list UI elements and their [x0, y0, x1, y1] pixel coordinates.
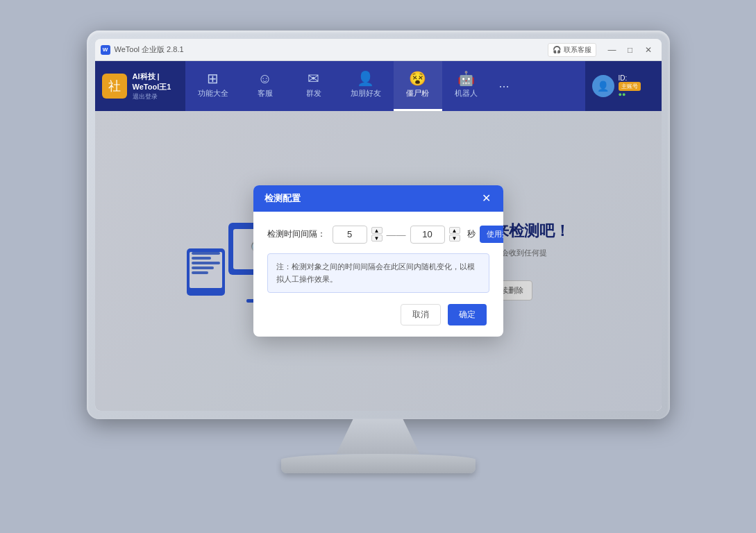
account-avatar: 👤 — [592, 75, 614, 97]
interval-unit: 秒 — [467, 228, 476, 240]
tab-zombie-fans[interactable]: 😵 僵尸粉 — [394, 61, 442, 111]
app-window: W WeTool 企业版 2.8.1 🎧 联系客服 — □ ✕ — [95, 39, 662, 411]
nav-user-info: AI科技 | WeTool王1 退出登录 — [133, 71, 178, 101]
add-friends-icon: 👤 — [357, 71, 374, 85]
nav-bar: 社 AI科技 | WeTool王1 退出登录 ⊞ 功能大全 ☺ — [95, 61, 662, 111]
modal-interval-row: 检测时间间隔： ▲ ▼ —— — [267, 226, 489, 244]
broadcast-icon: ✉ — [308, 71, 319, 85]
modal-overlay: 检测配置 ✕ 检测时间间隔： ▲ — [95, 111, 662, 411]
interval-input-group: ▲ ▼ —— ▲ ▼ — [333, 226, 503, 244]
modal-body: 检测时间间隔： ▲ ▼ —— — [253, 212, 503, 337]
nav-user-action[interactable]: 退出登录 — [133, 92, 178, 101]
main-content: 🔍 僵尸粉太多？微信太卡？来检测吧！ 每检测一个粉丝将给自己发送一条系统消息，对… — [95, 111, 662, 411]
tab-more[interactable]: ··· — [491, 61, 518, 111]
interval-min-input[interactable] — [333, 226, 367, 244]
modal-note: 注：检测对象之间的时间间隔会在此区间内随机变化，以模拟人工操作效果。 — [267, 253, 489, 293]
modal-close-button[interactable]: ✕ — [480, 193, 492, 204]
confirm-button[interactable]: 确定 — [448, 304, 487, 325]
account-info: ID: 主账号 ●● — [619, 74, 641, 98]
customer-service-label: 联系客服 — [564, 45, 591, 55]
title-bar-left: W WeTool 企业版 2.8.1 — [101, 44, 184, 55]
tab-features-label: 功能大全 — [198, 88, 228, 99]
tab-zombie-fans-label: 僵尸粉 — [406, 88, 429, 99]
tab-add-friends[interactable]: 👤 加朋好友 — [338, 61, 394, 111]
nav-account-section: 👤 ID: 主账号 ●● — [585, 61, 662, 111]
customer-service-button[interactable]: 🎧 联系客服 — [548, 43, 596, 57]
interval-max-input[interactable] — [410, 226, 445, 244]
app-title: WeTool 企业版 2.8.1 — [115, 44, 184, 55]
max-spinner: ▲ ▼ — [449, 227, 460, 242]
minimize-button[interactable]: — — [605, 44, 620, 56]
min-down-btn[interactable]: ▼ — [371, 235, 383, 242]
max-up-btn[interactable]: ▲ — [449, 227, 460, 234]
tab-add-friends-label: 加朋好友 — [351, 88, 381, 99]
tab-broadcast-label: 群发 — [306, 88, 321, 99]
tab-service[interactable]: ☺ 客服 — [241, 61, 289, 111]
tab-broadcast[interactable]: ✉ 群发 — [289, 61, 338, 111]
modal-header: 检测配置 ✕ — [253, 185, 503, 212]
use-recommend-button[interactable]: 使用推荐值 — [480, 226, 503, 243]
close-button[interactable]: ✕ — [641, 44, 656, 56]
modal-title: 检测配置 — [264, 192, 301, 205]
maximize-button[interactable]: □ — [623, 44, 638, 56]
nav-tabs: ⊞ 功能大全 ☺ 客服 ✉ 群发 👤 加朋好友 — [185, 61, 585, 111]
tab-robot-label: 机器人 — [455, 88, 478, 99]
detect-config-modal: 检测配置 ✕ 检测时间间隔： ▲ — [253, 185, 503, 337]
features-icon: ⊞ — [207, 71, 219, 85]
cancel-button[interactable]: 取消 — [401, 304, 441, 325]
app-logo: W — [101, 45, 110, 55]
nav-user-avatar: 社 — [102, 74, 127, 99]
account-id-label: ID: — [619, 74, 641, 82]
robot-icon: 🤖 — [457, 71, 475, 85]
interval-label: 检测时间间隔： — [267, 228, 326, 240]
nav-user-name: AI科技 | WeTool王1 — [133, 71, 178, 92]
max-down-btn[interactable]: ▼ — [449, 235, 460, 242]
account-badge: 主账号 — [619, 82, 641, 91]
zombie-fans-icon: 😵 — [409, 71, 426, 85]
monitor-stand-neck — [337, 419, 420, 454]
monitor-screen: W WeTool 企业版 2.8.1 🎧 联系客服 — □ ✕ — [95, 39, 662, 411]
min-spinner: ▲ ▼ — [371, 227, 383, 242]
tab-service-label: 客服 — [258, 88, 273, 99]
monitor-stand-base — [281, 454, 476, 473]
account-signal: ●● — [619, 91, 641, 98]
tab-features[interactable]: ⊞ 功能大全 — [185, 61, 241, 111]
service-icon: ☺ — [258, 71, 271, 85]
modal-footer: 取消 确定 — [267, 304, 489, 325]
interval-dash: —— — [387, 229, 406, 240]
monitor-outer: W WeTool 企业版 2.8.1 🎧 联系客服 — □ ✕ — [80, 31, 677, 502]
tab-robot[interactable]: 🤖 机器人 — [442, 61, 491, 111]
monitor-bezel: W WeTool 企业版 2.8.1 🎧 联系客服 — □ ✕ — [87, 31, 670, 419]
title-bar: W WeTool 企业版 2.8.1 🎧 联系客服 — □ ✕ — [95, 39, 662, 61]
title-bar-right: 🎧 联系客服 — □ ✕ — [548, 43, 656, 57]
nav-user-section: 社 AI科技 | WeTool王1 退出登录 — [95, 61, 185, 111]
headset-icon: 🎧 — [553, 46, 561, 53]
min-up-btn[interactable]: ▲ — [371, 227, 383, 234]
